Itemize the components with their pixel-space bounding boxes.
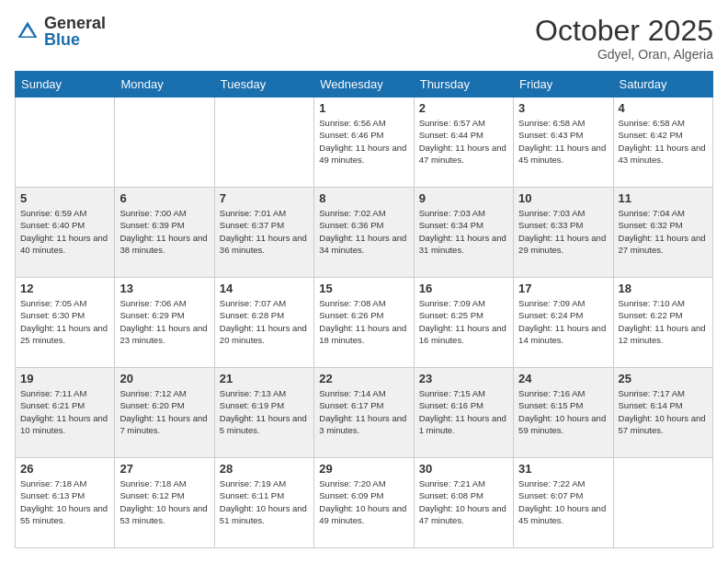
day-number: 6 bbox=[119, 191, 209, 205]
day-number: 1 bbox=[319, 101, 408, 115]
day-info: Sunrise: 7:09 AM Sunset: 6:25 PM Dayligh… bbox=[419, 297, 508, 346]
day-number: 3 bbox=[518, 101, 608, 115]
table-cell: 10Sunrise: 7:03 AM Sunset: 6:33 PM Dayli… bbox=[514, 188, 613, 278]
day-info: Sunrise: 7:05 AM Sunset: 6:30 PM Dayligh… bbox=[20, 297, 109, 346]
day-number: 10 bbox=[518, 191, 608, 205]
header-wednesday: Wednesday bbox=[314, 72, 414, 98]
calendar-table: Sunday Monday Tuesday Wednesday Thursday… bbox=[15, 71, 713, 548]
day-number: 20 bbox=[119, 372, 209, 385]
calendar-week-5: 26Sunrise: 7:18 AM Sunset: 6:13 PM Dayli… bbox=[16, 458, 713, 548]
logo: General Blue bbox=[15, 15, 106, 48]
day-info: Sunrise: 7:02 AM Sunset: 6:36 PM Dayligh… bbox=[319, 207, 408, 256]
day-number: 4 bbox=[619, 101, 708, 115]
day-info: Sunrise: 7:17 AM Sunset: 6:14 PM Dayligh… bbox=[619, 387, 708, 436]
calendar-week-1: 1Sunrise: 6:56 AM Sunset: 6:46 PM Daylig… bbox=[16, 98, 713, 188]
page: General Blue October 2025 Gdyel, Oran, A… bbox=[0, 0, 728, 563]
day-number: 25 bbox=[619, 372, 708, 385]
table-cell: 9Sunrise: 7:03 AM Sunset: 6:34 PM Daylig… bbox=[414, 188, 513, 278]
location-title: Gdyel, Oran, Algeria bbox=[535, 47, 713, 62]
calendar-week-2: 5Sunrise: 6:59 AM Sunset: 6:40 PM Daylig… bbox=[16, 188, 713, 278]
table-cell: 25Sunrise: 7:17 AM Sunset: 6:14 PM Dayli… bbox=[613, 368, 712, 458]
day-info: Sunrise: 7:16 AM Sunset: 6:15 PM Dayligh… bbox=[518, 387, 608, 436]
day-number: 9 bbox=[419, 191, 508, 205]
day-number: 8 bbox=[319, 191, 408, 205]
table-cell: 14Sunrise: 7:07 AM Sunset: 6:28 PM Dayli… bbox=[214, 278, 313, 368]
calendar-header-row: Sunday Monday Tuesday Wednesday Thursday… bbox=[16, 72, 713, 98]
header-monday: Monday bbox=[115, 72, 214, 98]
day-info: Sunrise: 7:18 AM Sunset: 6:12 PM Dayligh… bbox=[119, 477, 209, 526]
table-cell: 31Sunrise: 7:22 AM Sunset: 6:07 PM Dayli… bbox=[514, 458, 613, 548]
day-info: Sunrise: 7:10 AM Sunset: 6:22 PM Dayligh… bbox=[619, 297, 708, 346]
table-cell: 24Sunrise: 7:16 AM Sunset: 6:15 PM Dayli… bbox=[514, 368, 613, 458]
day-info: Sunrise: 7:14 AM Sunset: 6:17 PM Dayligh… bbox=[319, 387, 408, 436]
day-info: Sunrise: 7:03 AM Sunset: 6:34 PM Dayligh… bbox=[419, 207, 508, 256]
day-info: Sunrise: 7:00 AM Sunset: 6:39 PM Dayligh… bbox=[119, 207, 209, 256]
table-cell bbox=[115, 98, 214, 188]
header-thursday: Thursday bbox=[414, 72, 513, 98]
day-info: Sunrise: 6:57 AM Sunset: 6:44 PM Dayligh… bbox=[419, 117, 508, 166]
calendar-week-3: 12Sunrise: 7:05 AM Sunset: 6:30 PM Dayli… bbox=[16, 278, 713, 368]
table-cell: 8Sunrise: 7:02 AM Sunset: 6:36 PM Daylig… bbox=[314, 188, 414, 278]
table-cell: 19Sunrise: 7:11 AM Sunset: 6:21 PM Dayli… bbox=[16, 368, 115, 458]
day-info: Sunrise: 7:03 AM Sunset: 6:33 PM Dayligh… bbox=[518, 207, 608, 256]
day-number: 23 bbox=[419, 372, 508, 385]
day-info: Sunrise: 7:13 AM Sunset: 6:19 PM Dayligh… bbox=[220, 387, 309, 436]
table-cell: 13Sunrise: 7:06 AM Sunset: 6:29 PM Dayli… bbox=[115, 278, 214, 368]
table-cell: 27Sunrise: 7:18 AM Sunset: 6:12 PM Dayli… bbox=[115, 458, 214, 548]
table-cell: 30Sunrise: 7:21 AM Sunset: 6:08 PM Dayli… bbox=[414, 458, 513, 548]
table-cell: 17Sunrise: 7:09 AM Sunset: 6:24 PM Dayli… bbox=[514, 278, 613, 368]
day-info: Sunrise: 6:56 AM Sunset: 6:46 PM Dayligh… bbox=[319, 117, 408, 166]
day-info: Sunrise: 7:22 AM Sunset: 6:07 PM Dayligh… bbox=[518, 477, 608, 526]
table-cell: 2Sunrise: 6:57 AM Sunset: 6:44 PM Daylig… bbox=[414, 98, 513, 188]
title-section: October 2025 Gdyel, Oran, Algeria bbox=[535, 15, 713, 62]
table-cell: 21Sunrise: 7:13 AM Sunset: 6:19 PM Dayli… bbox=[214, 368, 313, 458]
day-number: 17 bbox=[518, 282, 608, 295]
logo-icon bbox=[15, 18, 40, 44]
day-info: Sunrise: 7:15 AM Sunset: 6:16 PM Dayligh… bbox=[419, 387, 508, 436]
day-number: 29 bbox=[319, 462, 408, 476]
header-tuesday: Tuesday bbox=[214, 72, 313, 98]
table-cell: 12Sunrise: 7:05 AM Sunset: 6:30 PM Dayli… bbox=[16, 278, 115, 368]
logo-general: General bbox=[44, 15, 106, 31]
day-number: 31 bbox=[518, 462, 608, 476]
day-number: 13 bbox=[119, 282, 209, 295]
table-cell: 22Sunrise: 7:14 AM Sunset: 6:17 PM Dayli… bbox=[314, 368, 414, 458]
table-cell bbox=[613, 458, 712, 548]
table-cell: 1Sunrise: 6:56 AM Sunset: 6:46 PM Daylig… bbox=[314, 98, 414, 188]
logo-blue: Blue bbox=[44, 31, 106, 48]
day-number: 14 bbox=[220, 282, 309, 295]
calendar-week-4: 19Sunrise: 7:11 AM Sunset: 6:21 PM Dayli… bbox=[16, 368, 713, 458]
table-cell: 23Sunrise: 7:15 AM Sunset: 6:16 PM Dayli… bbox=[414, 368, 513, 458]
day-info: Sunrise: 7:08 AM Sunset: 6:26 PM Dayligh… bbox=[319, 297, 408, 346]
logo-text-wrapper: General Blue bbox=[44, 15, 106, 48]
day-number: 2 bbox=[419, 101, 508, 115]
day-info: Sunrise: 7:21 AM Sunset: 6:08 PM Dayligh… bbox=[419, 477, 508, 526]
day-number: 12 bbox=[20, 282, 109, 295]
day-info: Sunrise: 7:18 AM Sunset: 6:13 PM Dayligh… bbox=[20, 477, 109, 526]
table-cell: 6Sunrise: 7:00 AM Sunset: 6:39 PM Daylig… bbox=[115, 188, 214, 278]
day-number: 21 bbox=[220, 372, 309, 385]
day-number: 19 bbox=[20, 372, 109, 385]
day-info: Sunrise: 7:19 AM Sunset: 6:11 PM Dayligh… bbox=[220, 477, 309, 526]
header-sunday: Sunday bbox=[16, 72, 115, 98]
table-cell: 15Sunrise: 7:08 AM Sunset: 6:26 PM Dayli… bbox=[314, 278, 414, 368]
table-cell: 18Sunrise: 7:10 AM Sunset: 6:22 PM Dayli… bbox=[613, 278, 712, 368]
day-number: 27 bbox=[119, 462, 209, 476]
day-info: Sunrise: 7:06 AM Sunset: 6:29 PM Dayligh… bbox=[119, 297, 209, 346]
month-title: October 2025 bbox=[535, 15, 713, 47]
day-info: Sunrise: 7:11 AM Sunset: 6:21 PM Dayligh… bbox=[20, 387, 109, 436]
day-number: 5 bbox=[20, 191, 109, 205]
day-info: Sunrise: 6:59 AM Sunset: 6:40 PM Dayligh… bbox=[20, 207, 109, 256]
table-cell: 26Sunrise: 7:18 AM Sunset: 6:13 PM Dayli… bbox=[16, 458, 115, 548]
day-info: Sunrise: 6:58 AM Sunset: 6:43 PM Dayligh… bbox=[518, 117, 608, 166]
table-cell: 29Sunrise: 7:20 AM Sunset: 6:09 PM Dayli… bbox=[314, 458, 414, 548]
day-number: 11 bbox=[619, 191, 708, 205]
table-cell: 5Sunrise: 6:59 AM Sunset: 6:40 PM Daylig… bbox=[16, 188, 115, 278]
table-cell: 4Sunrise: 6:58 AM Sunset: 6:42 PM Daylig… bbox=[613, 98, 712, 188]
table-cell bbox=[214, 98, 313, 188]
day-info: Sunrise: 7:07 AM Sunset: 6:28 PM Dayligh… bbox=[220, 297, 309, 346]
table-cell bbox=[16, 98, 115, 188]
day-number: 26 bbox=[20, 462, 109, 476]
day-info: Sunrise: 7:12 AM Sunset: 6:20 PM Dayligh… bbox=[119, 387, 209, 436]
day-info: Sunrise: 6:58 AM Sunset: 6:42 PM Dayligh… bbox=[619, 117, 708, 166]
